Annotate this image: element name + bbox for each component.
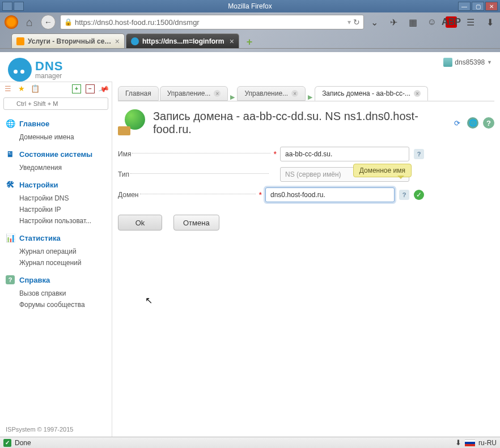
- chevron-down-icon: ▼: [487, 59, 492, 65]
- refresh-button[interactable]: ⟳: [451, 117, 463, 129]
- search-input[interactable]: [3, 97, 108, 110]
- sidebar-section-system[interactable]: 🖥 Состояние системы: [6, 150, 106, 159]
- tab-label: https://dns...m=loginform: [142, 37, 226, 45]
- menu-icon[interactable]: ☰: [465, 16, 476, 28]
- domain-input[interactable]: [265, 187, 395, 202]
- logo: DNS manager: [8, 58, 63, 82]
- user-menu[interactable]: dns85398 ▼: [443, 58, 492, 67]
- tab-close-icon[interactable]: ×: [414, 90, 421, 97]
- sidebar-item[interactable]: Настройки DNS: [6, 193, 106, 204]
- required-icon: *: [274, 150, 277, 159]
- lang-text: ru-RU: [478, 439, 497, 447]
- sidebar-item[interactable]: Журнал посещений: [6, 257, 106, 268]
- user-icon: [443, 58, 452, 67]
- close-window-button[interactable]: ✕: [485, 2, 498, 11]
- logo-text-bottom: manager: [35, 72, 63, 79]
- sidebar-section-help[interactable]: ? Справка: [6, 275, 106, 284]
- lock-icon: 🔒: [64, 18, 73, 26]
- page-tab[interactable]: Управление...×: [160, 86, 228, 101]
- downloads-icon[interactable]: ⬇: [484, 16, 495, 28]
- check-ok-icon: ✓: [414, 190, 424, 200]
- help-button[interactable]: ?: [483, 117, 494, 129]
- status-bar: ✓ Done ⬇ ru-RU: [0, 437, 500, 448]
- gear-icon: 🛠: [6, 180, 15, 189]
- chevron-right-icon: ▶: [229, 93, 236, 101]
- browser-tabs: Услуги - Вторичный сервер... × https://d…: [0, 32, 500, 49]
- sidebar-item[interactable]: Доменные имена: [6, 131, 106, 143]
- sidebar-item[interactable]: Настройки пользоват...: [6, 215, 106, 227]
- cursor-icon: ↖: [145, 295, 152, 306]
- home-button[interactable]: [23, 15, 36, 29]
- field-help-button[interactable]: ?: [399, 190, 409, 200]
- reload-button[interactable]: ↻: [353, 18, 360, 27]
- firefox-icon[interactable]: [5, 15, 18, 29]
- sidebar-item[interactable]: Вызов справки: [6, 288, 106, 299]
- user-name: dns85398: [455, 58, 485, 66]
- name-input[interactable]: [280, 147, 409, 161]
- download-icon[interactable]: ⬇: [455, 438, 461, 447]
- star-icon[interactable]: ★: [17, 84, 26, 93]
- abp-icon[interactable]: ABP: [446, 16, 457, 28]
- collapse-icon[interactable]: −: [86, 84, 95, 93]
- sidebar-item[interactable]: Форумы сообщества: [6, 299, 106, 310]
- window-menu-icon[interactable]: [2, 2, 12, 11]
- field-help-button[interactable]: ?: [414, 149, 424, 159]
- flag-ru-icon: [465, 440, 475, 446]
- page-tab[interactable]: Запись домена - aa-bb-cc-...×: [315, 86, 428, 101]
- pocket-icon[interactable]: ⌄: [368, 16, 380, 28]
- tab-label: Услуги - Вторичный сервер...: [28, 37, 112, 45]
- domain-label: Домен: [118, 191, 139, 199]
- pin-icon[interactable]: 📌: [98, 83, 109, 95]
- page-icon: [118, 109, 145, 136]
- globe-icon: 🌐: [6, 119, 15, 128]
- face-icon[interactable]: ☺: [426, 16, 438, 28]
- sidebar: ☰ ★ 📋 + − 📌 🌐 Главное Доменные имена: [0, 82, 112, 438]
- logo-icon: [8, 58, 32, 82]
- maximize-button[interactable]: ▢: [472, 2, 484, 11]
- expand-icon[interactable]: +: [72, 84, 81, 93]
- address-bar[interactable]: 🔒 https://dns0.host-food.ru:1500/dnsmgr …: [60, 15, 364, 29]
- browser-tab[interactable]: Услуги - Вторичный сервер... ×: [11, 33, 125, 48]
- type-label: Тип: [118, 170, 129, 178]
- sidebar-item[interactable]: Настройки IP: [6, 204, 106, 215]
- chart-icon: 📊: [6, 233, 15, 242]
- window-icon: [14, 2, 24, 11]
- plane-icon[interactable]: ✈: [388, 16, 399, 28]
- cancel-button[interactable]: Отмена: [173, 215, 219, 231]
- tab-close-icon[interactable]: ×: [115, 37, 120, 46]
- tooltip: Доменное имя: [353, 164, 412, 177]
- list-icon[interactable]: ☰: [3, 84, 12, 93]
- name-label: Имя: [118, 150, 131, 158]
- grid-icon[interactable]: ▦: [407, 16, 418, 28]
- browser-chrome: ← 🔒 https://dns0.host-food.ru:1500/dnsmg…: [0, 12, 500, 52]
- sidebar-section-stats[interactable]: 📊 Статистика: [6, 233, 106, 242]
- page-title: Запись домена - aa-bb-cc-dd.su. NS ns1.d…: [153, 110, 443, 136]
- monitor-icon: 🖥: [6, 150, 15, 159]
- browser-tab[interactable]: https://dns...m=loginform ×: [126, 33, 239, 48]
- sidebar-item[interactable]: Журнал операций: [6, 246, 106, 257]
- tab-close-icon[interactable]: ×: [291, 90, 298, 97]
- tab-favicon: [16, 37, 24, 45]
- sidebar-item[interactable]: Уведомления: [6, 162, 106, 173]
- ok-button[interactable]: Ok: [118, 215, 162, 231]
- clipboard-icon[interactable]: 📋: [31, 84, 40, 93]
- language-button[interactable]: 🌐: [467, 117, 478, 129]
- status-ok-icon: ✓: [3, 439, 11, 447]
- minimize-button[interactable]: —: [458, 2, 471, 11]
- window-titlebar: Mozilla Firefox — ▢ ✕: [0, 0, 500, 12]
- required-icon: *: [259, 190, 262, 199]
- sidebar-section-settings[interactable]: 🛠 Настройки: [6, 180, 106, 189]
- back-button[interactable]: ←: [41, 15, 56, 29]
- new-tab-button[interactable]: +: [243, 36, 256, 48]
- page-tab[interactable]: Главная: [118, 86, 159, 101]
- tab-close-icon[interactable]: ×: [214, 90, 221, 97]
- tab-close-icon[interactable]: ×: [230, 37, 234, 46]
- logo-text-top: DNS: [35, 60, 63, 72]
- page-tab[interactable]: Управление...×: [237, 86, 306, 101]
- sidebar-section-main[interactable]: 🌐 Главное: [6, 119, 106, 128]
- sidebar-toolbar: ☰ ★ 📋 + − 📌: [0, 82, 112, 95]
- tab-favicon: [131, 37, 139, 45]
- main-content: Главная Управление...× ▶ Управление...× …: [112, 82, 500, 438]
- window-title: Mozilla Firefox: [228, 2, 272, 10]
- url-text: https://dns0.host-food.ru:1500/dnsmgr: [75, 18, 345, 27]
